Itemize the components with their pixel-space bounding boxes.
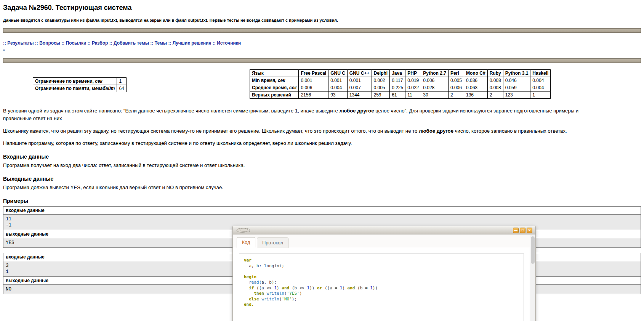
lang-stat-value: 0.006	[299, 84, 328, 91]
code-line	[244, 269, 519, 274]
nav-link[interactable]: Результаты	[7, 40, 34, 46]
code-line: else writeln('NO');	[244, 297, 519, 302]
lang-stat-value: 0.006	[421, 77, 449, 84]
lang-stat-value: 2	[448, 91, 464, 99]
lang-stat-value: 0.004	[530, 77, 551, 84]
code-line: begin	[244, 274, 519, 280]
limit-label: Ограничение по памяти, мегабайт	[33, 85, 117, 92]
window-buttons: —□✕	[513, 228, 532, 233]
minimize-icon[interactable]: —	[513, 228, 519, 233]
code-line: var	[244, 258, 519, 263]
nav-link[interactable]: Лучшие решения	[173, 40, 211, 46]
statement-paragraph: В условии одной из задач на этом сайте н…	[3, 107, 584, 122]
nav-link[interactable]: Добавить темы	[114, 40, 149, 46]
limit-label: Ограничение по времени, сек	[33, 78, 117, 85]
lang-row-label: Верных решений	[250, 91, 299, 99]
lang-col-header: Python 3.1	[503, 70, 530, 77]
stats-section: Ограничение по времени, сек1Ограничение …	[3, 69, 641, 102]
window-scrollbar[interactable]	[530, 235, 535, 321]
code-line: read(a, b);	[244, 280, 519, 286]
lang-col-header: GNU C++	[347, 70, 372, 77]
lang-stat-value: 93	[328, 91, 348, 99]
output-description: Программа должна вывести YES, если школь…	[3, 184, 584, 191]
window-tabbar: КодПротокол	[233, 234, 535, 248]
nav-link[interactable]: Вопросы	[39, 40, 60, 46]
window-drag-logo-icon	[235, 227, 253, 235]
code-line: a, b: longint;	[244, 263, 519, 269]
tab-code[interactable]: Код	[237, 237, 255, 248]
lang-stat-value: 2156	[299, 91, 328, 99]
lang-col-header: Java	[390, 70, 405, 77]
page-title: Задача №2960. Тестирующая система	[3, 4, 641, 12]
code-box: var a, b: longint; begin read(a, b); if …	[239, 254, 524, 321]
output-heading: Выходные данные	[3, 176, 641, 182]
lang-stat-value: 259	[372, 91, 390, 99]
lang-stat-value: 0.005	[448, 77, 464, 84]
page-subtitle: Данные вводятся с клавиатуры или из файл…	[3, 18, 641, 22]
lang-stat-value: 0.001	[328, 77, 348, 84]
lang-stat-value: 0.063	[464, 84, 487, 91]
nav-separator: ::	[61, 40, 66, 46]
limit-value: 1	[117, 78, 126, 85]
input-heading: Входные данные	[3, 154, 641, 160]
limit-value: 64	[117, 85, 126, 92]
lang-stat-value: 0.022	[405, 84, 421, 91]
lang-stat-value: 0.036	[464, 77, 487, 84]
lang-stat-value: 0.004	[328, 84, 348, 91]
lang-col-header: Ruby	[487, 70, 503, 77]
limits-table: Ограничение по времени, сек1Ограничение …	[33, 77, 127, 92]
tab-protocol[interactable]: Протокол	[257, 238, 288, 248]
lang-stat-value: 0.002	[372, 77, 390, 84]
banner-bar-middle	[3, 58, 641, 63]
restore-icon[interactable]: □	[520, 228, 525, 233]
window-content: var a, b: longint; begin read(a, b); if …	[233, 248, 535, 321]
problem-statement: В условии одной из задач на этом сайте н…	[3, 107, 584, 147]
lang-col-header: Язык	[250, 70, 299, 77]
lang-stat-value: 0.117	[390, 77, 405, 84]
lang-stat-value: 1	[530, 91, 551, 99]
lang-col-header: PHP	[405, 70, 421, 77]
nav-separator: ::	[168, 40, 172, 46]
lang-col-header: Haskell	[530, 70, 551, 77]
lang-col-header: Delphi	[372, 70, 390, 77]
examples-heading: Примеры	[3, 198, 641, 204]
close-icon[interactable]: ✕	[527, 228, 532, 233]
code-line: end.	[244, 302, 519, 308]
example-input-label: входные данные	[3, 206, 641, 214]
lang-stat-value: 2	[487, 91, 503, 99]
lang-stat-value: 0.059	[503, 84, 530, 91]
lang-stat-value: 0.004	[530, 84, 551, 91]
lang-stats-row: Min время, сек0.0010.0010.0010.0020.1170…	[250, 77, 551, 84]
limits-row: Ограничение по памяти, мегабайт64	[33, 85, 127, 92]
lang-row-label: Среднее время, сек	[250, 84, 299, 91]
language-stats-table: ЯзыкFree PascalGNU CGNU C++DelphiJavaPHP…	[250, 69, 551, 99]
nav-link[interactable]: Источники	[217, 40, 241, 46]
lang-stat-value: 123	[503, 91, 530, 99]
nav-link[interactable]: Темы	[155, 40, 167, 46]
banner-bar-top	[3, 28, 641, 33]
code-line: if ((a <> 1) and (b <> 1)) or ((a = 1) a…	[244, 286, 519, 291]
lang-stat-value: 0.001	[347, 77, 372, 84]
lang-stat-value: 1344	[347, 91, 372, 99]
nav-separator: ::	[35, 40, 39, 46]
lang-stat-value: 11	[405, 91, 421, 99]
lang-stats-row: Верных решений21569313442596111302136212…	[250, 91, 551, 99]
code-window: —□✕ КодПротокол var a, b: longint; begin…	[232, 226, 536, 321]
nav-separator: ::	[88, 40, 92, 46]
lang-row-label: Min время, сек	[250, 77, 299, 84]
window-scrollbar-thumb[interactable]	[531, 236, 535, 264]
lang-stat-value: 30	[421, 91, 449, 99]
code-line: then writeln('YES')	[244, 291, 519, 297]
nav-link[interactable]: Разбор	[92, 40, 108, 46]
statement-paragraph: Напишите программу, которая по ответу, з…	[3, 140, 584, 147]
lang-col-header: Free Pascal	[299, 70, 328, 77]
lang-col-header: GNU C	[328, 70, 348, 77]
nav-link[interactable]: Посылки	[66, 40, 87, 46]
nav-separator: ::	[150, 40, 154, 46]
lang-stat-value: 0.046	[503, 77, 530, 84]
window-titlebar[interactable]: —□✕	[233, 226, 535, 234]
lang-stat-value: 0.006	[448, 84, 464, 91]
code-content: var a, b: longint; begin read(a, b); if …	[244, 258, 519, 308]
statement-paragraph: Школьнику кажется, что он решил эту зада…	[3, 127, 584, 135]
lang-header-row: ЯзыкFree PascalGNU CGNU C++DelphiJavaPHP…	[250, 70, 551, 77]
